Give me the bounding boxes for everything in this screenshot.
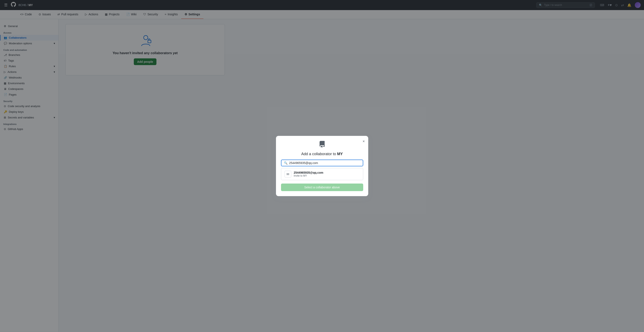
modal-title: Add a collaborator to MY	[281, 152, 363, 156]
search-result-item[interactable]: ✉ 2544965935@qq.com Invite to MY	[281, 168, 363, 180]
select-collaborator-button[interactable]: Select a collaborator above	[281, 184, 363, 191]
modal-overlay: × Add a collaborator to MY 🔍 ✉ 254496593…	[0, 0, 644, 331]
result-email-icon: ✉	[284, 171, 291, 178]
modal-search-icon: 🔍	[284, 161, 288, 165]
modal-repo-icon	[281, 141, 363, 149]
result-text: 2544965935@qq.com Invite to MY	[294, 171, 360, 177]
result-email: 2544965935@qq.com	[294, 171, 360, 174]
collaborator-search-input[interactable]	[289, 161, 360, 165]
modal-close-button[interactable]: ×	[362, 139, 365, 144]
result-subtext: Invite to MY	[294, 174, 360, 177]
modal-search-container: 🔍	[281, 159, 363, 166]
add-collaborator-modal: × Add a collaborator to MY 🔍 ✉ 254496593…	[276, 136, 368, 196]
